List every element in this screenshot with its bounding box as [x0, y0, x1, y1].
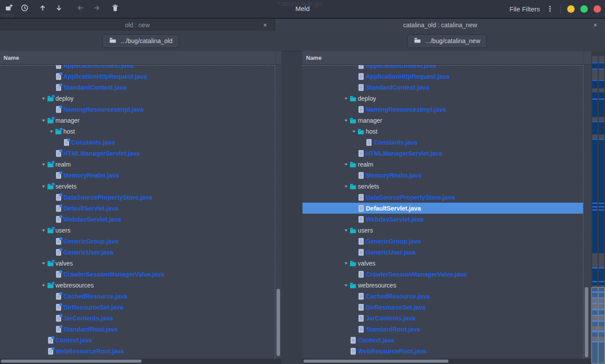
left-folder-chooser-button[interactable]: .../bug/catalina_old	[102, 34, 179, 48]
tree-row[interactable]: WebdavServlet.java	[0, 214, 275, 225]
tree-row[interactable]: Constants.java	[0, 137, 275, 148]
right-horizontal-scrollbar-thumb[interactable]	[303, 360, 448, 363]
tree-row[interactable]: NamingResourcesImpl.java	[0, 104, 275, 115]
expander-icon[interactable]	[342, 283, 350, 288]
file-name-label: DefaultServlet.java	[63, 205, 118, 212]
tree-row[interactable]: GenericUser.java	[0, 247, 275, 258]
tree-row[interactable]: manager	[302, 115, 583, 126]
tree-row[interactable]: DirResourceSet.java	[302, 302, 583, 313]
tree-row[interactable]: users	[0, 225, 275, 236]
tree-row[interactable]: ApplicationContext.java	[302, 65, 583, 71]
tree-row[interactable]: GenericUser.java	[302, 247, 583, 258]
new-comparison-button[interactable]	[1, 1, 17, 17]
tree-row[interactable]: ApplicationHttpRequest.java	[0, 71, 275, 82]
tree-row[interactable]: host	[0, 126, 275, 137]
tree-row[interactable]: CachedResource.java	[0, 291, 275, 302]
tab-close-icon[interactable]: ×	[592, 19, 599, 31]
diff-overview-map[interactable]	[591, 51, 605, 364]
next-change-button[interactable]	[51, 1, 67, 17]
delete-button[interactable]	[107, 1, 123, 17]
expander-icon[interactable]	[350, 129, 357, 134]
tree-row[interactable]: WebResourceRoot.java	[0, 346, 275, 357]
tree-row[interactable]: NamingResourcesImpl.java	[302, 104, 583, 115]
tree-row[interactable]: Context.java	[0, 335, 275, 346]
previous-change-button[interactable]	[35, 1, 51, 17]
tree-row[interactable]: servlets	[302, 181, 583, 192]
right-vertical-scrollbar-thumb[interactable]	[585, 287, 588, 357]
tree-row[interactable]: HTMLManagerServlet.java	[0, 148, 275, 159]
right-column-header-name[interactable]: Name	[302, 51, 591, 65]
file-name-label: CrawlerSessionManagerValve.java	[63, 271, 164, 278]
tree-row[interactable]: StandardContext.java	[302, 82, 583, 93]
expander-icon[interactable]	[40, 96, 47, 101]
tree-row[interactable]: deploy	[0, 93, 275, 104]
tree-row[interactable]: DefaultServlet.java	[0, 203, 275, 214]
copy-left-button[interactable]	[73, 1, 88, 17]
tree-row[interactable]: ApplicationHttpRequest.java	[302, 71, 583, 82]
tree-row[interactable]: DefaultServlet.java	[302, 203, 583, 214]
tree-row[interactable]: DirResourceSet.java	[0, 302, 275, 313]
expander-icon[interactable]	[342, 162, 350, 167]
tree-row[interactable]: servlets	[0, 181, 275, 192]
tree-row[interactable]: manager	[0, 115, 275, 126]
tree-row[interactable]: CrawlerSessionManagerValve.java	[0, 269, 275, 280]
tab-active[interactable]: catalina_old : catalina_new×	[275, 19, 605, 31]
tree-row[interactable]: StandardRoot.java	[302, 324, 583, 335]
tree-row[interactable]: MemoryRealm.java	[0, 170, 275, 181]
tree-row[interactable]: deploy	[302, 93, 583, 104]
tree-row[interactable]: valves	[0, 258, 275, 269]
expander-icon[interactable]	[40, 261, 47, 266]
left-vertical-scrollbar-thumb[interactable]	[277, 289, 280, 356]
expander-icon[interactable]	[47, 129, 55, 134]
file-filters-button[interactable]: File Filters	[510, 5, 540, 13]
tree-row[interactable]: StandardContext.java	[0, 82, 275, 93]
tree-row[interactable]: WebResourceRoot.java	[302, 346, 583, 357]
copy-right-button[interactable]	[89, 1, 105, 17]
tree-row[interactable]: GenericGroup.java	[302, 236, 583, 247]
tree-row[interactable]: host	[302, 126, 583, 137]
tree-row[interactable]: CrawlerSessionManagerValve.java	[302, 269, 583, 280]
tree-row[interactable]: ApplicationContext.java	[0, 65, 275, 71]
tree-row[interactable]: webresources	[302, 280, 583, 291]
tree-row[interactable]: StandardRoot.java	[0, 324, 275, 335]
diffmap-column-right[interactable]	[599, 56, 604, 364]
tree-row[interactable]: JarContents.java	[0, 313, 275, 324]
tree-row[interactable]: Constants.java	[302, 137, 583, 148]
tree-row[interactable]: JarContents.java	[302, 313, 583, 324]
expander-icon[interactable]	[40, 118, 47, 123]
tree-row[interactable]: DataSourcePropertyStore.java	[302, 192, 583, 203]
expander-icon[interactable]	[40, 283, 47, 288]
tree-row[interactable]: realm	[0, 159, 275, 170]
expander-icon[interactable]	[342, 96, 350, 101]
tree-row[interactable]: DataSourcePropertyStore.java	[0, 192, 275, 203]
left-horizontal-scrollbar-thumb[interactable]	[1, 360, 142, 363]
right-folder-chooser-button[interactable]: .../bug/catalina_new	[407, 34, 487, 48]
tree-row[interactable]: HTMLManagerServlet.java	[302, 148, 583, 159]
expander-icon[interactable]	[342, 118, 350, 123]
tree-row[interactable]: GenericGroup.java	[0, 236, 275, 247]
tree-row[interactable]: valves	[302, 258, 583, 269]
tree-row[interactable]: CachedResource.java	[302, 291, 583, 302]
tree-row[interactable]: WebdavServlet.java	[302, 214, 583, 225]
expander-icon[interactable]	[40, 162, 47, 167]
expander-icon[interactable]	[40, 184, 47, 189]
tree-row[interactable]: Context.java	[302, 335, 583, 346]
tree-row[interactable]: realm	[302, 159, 583, 170]
expander-icon[interactable]	[342, 184, 350, 189]
expander-icon[interactable]	[342, 261, 350, 266]
tree-row[interactable]: users	[302, 225, 583, 236]
maximize-window-button[interactable]	[580, 5, 588, 13]
diffmap-column-left[interactable]	[592, 56, 598, 364]
tab-inactive[interactable]: old : new×	[0, 19, 275, 31]
version-history-button[interactable]	[17, 1, 33, 17]
expander-icon[interactable]	[40, 228, 47, 233]
folder-icon	[350, 282, 357, 289]
kebab-menu-icon[interactable]	[547, 5, 554, 13]
close-window-button[interactable]	[594, 5, 601, 13]
tab-close-icon[interactable]: ×	[262, 19, 269, 31]
left-column-header-name[interactable]: Name	[0, 51, 281, 65]
tree-row[interactable]: webresources	[0, 280, 275, 291]
expander-icon[interactable]	[342, 228, 350, 233]
minimize-window-button[interactable]	[567, 5, 575, 13]
tree-row[interactable]: MemoryRealm.java	[302, 170, 583, 181]
